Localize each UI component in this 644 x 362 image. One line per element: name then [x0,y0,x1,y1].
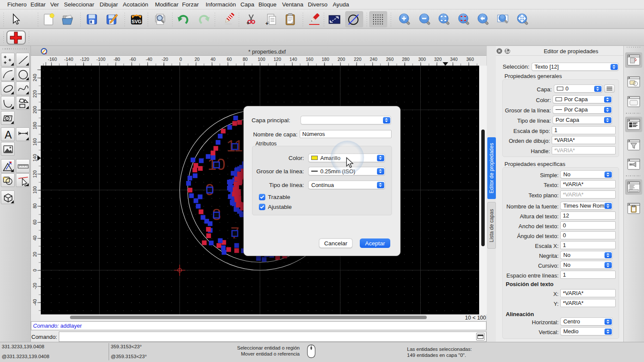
svg-text:+: + [246,20,249,26]
svg-text:+: + [265,20,269,26]
svg-text:A: A [5,129,12,141]
svg-text:SVG: SVG [131,19,141,24]
